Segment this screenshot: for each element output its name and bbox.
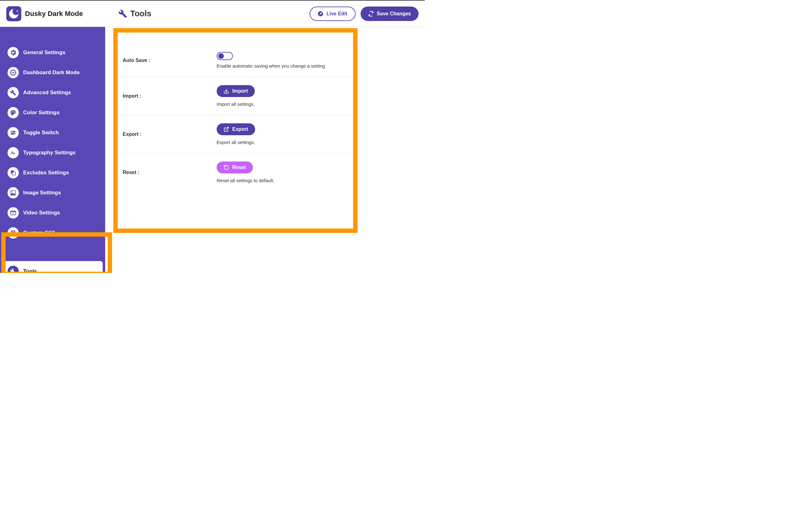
wrench-icon — [7, 87, 19, 98]
sidebar-item-custom-css[interactable]: Custom CSS — [0, 223, 105, 243]
svg-rect-18 — [11, 211, 16, 212]
highlight-annotation: Auto Save : Enable automatic saving when… — [113, 28, 358, 233]
logo-section: ✦ Dusky Dark Mode — [6, 6, 105, 21]
page-title: Tools — [130, 9, 151, 18]
tools-icon — [118, 10, 127, 18]
sidebar-item-label: Image Settings — [23, 190, 61, 196]
svg-point-9 — [12, 131, 13, 132]
sidebar-item-label: Tools — [23, 268, 37, 273]
auto-save-desc: Enable automatic saving when you change … — [217, 63, 348, 68]
auto-save-toggle[interactable] — [217, 52, 233, 60]
setting-row-export: Export : Export Export all settings. — [118, 115, 353, 153]
refresh-icon — [368, 11, 374, 17]
reset-button-label: Reset — [232, 165, 246, 170]
content-area: Auto Save : Enable automatic saving when… — [105, 27, 425, 273]
svg-point-10 — [14, 133, 15, 134]
typography-icon: AA — [7, 147, 19, 158]
sidebar-item-label: Toggle Switch — [23, 130, 59, 136]
setting-row-import: Import : Import Import all settings. — [118, 77, 353, 115]
svg-point-2 — [13, 72, 14, 73]
import-desc: Import all settings. — [217, 101, 348, 107]
sidebar-item-label: General Settings — [23, 49, 65, 56]
app-name: Dusky Dark Mode — [25, 10, 83, 18]
import-button[interactable]: Import — [217, 85, 255, 97]
header: ✦ Dusky Dark Mode Tools Live Edit Save C… — [0, 1, 425, 27]
sidebar-item-general-settings[interactable]: General Settings — [0, 43, 105, 63]
sidebar-item-video-settings[interactable]: Video Settings — [0, 203, 105, 223]
svg-point-5 — [14, 111, 14, 112]
import-icon — [223, 88, 229, 94]
reset-label: Reset : — [123, 162, 217, 183]
sidebar-item-label: Custom CSS — [23, 230, 55, 236]
live-edit-button[interactable]: Live Edit — [310, 6, 355, 21]
export-desc: Export all settings. — [217, 140, 348, 145]
export-icon — [223, 127, 229, 132]
sidebar-item-label: Excludes Settings — [23, 170, 69, 176]
auto-save-label: Auto Save : — [123, 52, 217, 68]
target-icon — [7, 67, 19, 78]
svg-text:A: A — [14, 152, 15, 155]
sidebar-item-label: Dashboard Dark Mode — [23, 69, 80, 76]
sidebar-item-advanced-settings[interactable]: Advanced Settings — [0, 83, 105, 103]
svg-point-6 — [14, 112, 15, 113]
gear-icon — [7, 47, 19, 58]
svg-point-16 — [12, 191, 13, 192]
live-edit-label: Live Edit — [327, 11, 347, 17]
export-label: Export : — [123, 123, 217, 145]
app-logo-icon: ✦ — [6, 6, 21, 21]
sidebar-item-label: Video Settings — [23, 210, 60, 216]
import-label: Import : — [123, 85, 217, 107]
setting-row-reset: Reset : Reset Reset all settings to defa… — [118, 153, 353, 191]
svg-rect-8 — [11, 133, 16, 135]
toggle-icon — [7, 127, 19, 138]
import-button-label: Import — [232, 88, 248, 94]
sidebar-item-dashboard-dark-mode[interactable]: Dashboard Dark Mode — [0, 63, 105, 83]
header-title-section: Tools — [118, 9, 151, 18]
exclude-icon — [7, 167, 19, 178]
svg-point-3 — [11, 112, 12, 113]
reset-icon — [223, 165, 229, 170]
sidebar-item-typography-settings[interactable]: AA Typography Settings — [0, 143, 105, 163]
tools-icon — [7, 266, 19, 273]
sidebar-item-label: Color Settings — [23, 110, 60, 116]
save-changes-button[interactable]: Save Changes — [361, 6, 418, 21]
sidebar-item-color-settings[interactable]: Color Settings — [0, 103, 105, 123]
sidebar-item-image-settings[interactable]: Image Settings — [0, 183, 105, 203]
image-icon — [7, 187, 19, 198]
video-icon — [7, 207, 19, 218]
sidebar-item-label: Typography Settings — [23, 150, 76, 156]
sidebar-item-excludes-settings[interactable]: Excludes Settings — [0, 163, 105, 183]
svg-point-4 — [12, 111, 13, 112]
svg-rect-7 — [11, 131, 16, 132]
reset-button[interactable]: Reset — [217, 162, 253, 174]
export-button-label: Export — [232, 127, 248, 132]
setting-row-auto-save: Auto Save : Enable automatic saving when… — [118, 44, 353, 77]
sidebar: General Settings Dashboard Dark Mode Adv… — [0, 27, 105, 273]
palette-icon — [7, 107, 19, 118]
svg-rect-14 — [13, 172, 16, 175]
sidebar-item-tools[interactable]: Tools — [2, 261, 103, 273]
reset-desc: Reset all settings to default. — [217, 178, 348, 183]
sidebar-item-label: Advanced Settings — [23, 89, 71, 96]
css-icon — [7, 227, 19, 239]
export-button[interactable]: Export — [217, 123, 255, 135]
edit-icon — [318, 11, 324, 17]
save-changes-label: Save Changes — [377, 11, 411, 17]
sidebar-item-toggle-switch[interactable]: Toggle Switch — [0, 123, 105, 143]
